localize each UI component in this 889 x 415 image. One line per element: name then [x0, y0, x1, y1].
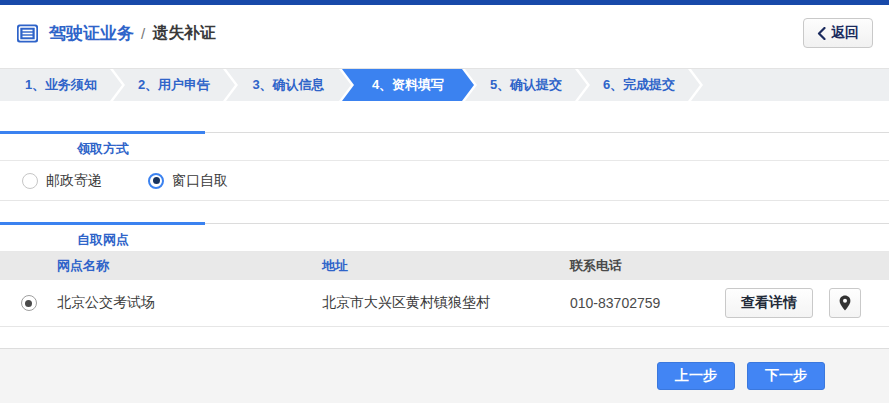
site-address-cell: 北京市大兴区黄村镇狼垡村 — [322, 294, 570, 312]
step-6-finish-submit[interactable]: 6、完成提交 — [578, 69, 700, 101]
progress-steps: 1、业务须知 2、用户申告 3、确认信息 4、资料填写 5、确认提交 6、完成提… — [0, 68, 889, 101]
column-header-phone: 联系电话 — [570, 257, 725, 275]
next-step-button[interactable]: 下一步 — [747, 362, 825, 390]
pickup-method-header: 领取方式 — [0, 132, 889, 161]
pickup-method-title: 领取方式 — [0, 134, 129, 163]
step-2-user-declaration[interactable]: 2、用户申告 — [113, 69, 235, 101]
step-1-business-notice[interactable]: 1、业务须知 — [0, 69, 122, 101]
option-window-pickup[interactable]: 窗口自取 — [148, 172, 228, 190]
option-window-pickup-label: 窗口自取 — [172, 172, 228, 190]
radio-window-pickup-selected[interactable] — [148, 173, 164, 189]
location-pin-icon — [839, 295, 851, 311]
pickup-site-title: 自取网点 — [0, 225, 129, 254]
pickup-method-options: 邮政寄递 窗口自取 — [0, 161, 889, 201]
site-phone-cell: 010-83702759 — [570, 295, 725, 311]
wizard-footer: 上一步 下一步 — [0, 348, 889, 403]
radio-site-selected[interactable] — [21, 295, 37, 311]
step-4-fill-materials[interactable]: 4、资料填写 — [342, 69, 474, 101]
section-accent-bar — [0, 131, 205, 134]
page-header: 驾驶证业务 / 遗失补证 返回 — [0, 5, 889, 62]
step-5-confirm-submit[interactable]: 5、确认提交 — [465, 69, 587, 101]
view-details-button[interactable]: 查看详情 — [725, 288, 813, 318]
table-row[interactable]: 北京公交考试场 北京市大兴区黄村镇狼垡村 010-83702759 查看详情 — [0, 280, 889, 327]
previous-step-button[interactable]: 上一步 — [657, 362, 735, 390]
chevron-left-icon — [817, 27, 826, 40]
option-postal-delivery-label: 邮政寄递 — [46, 172, 102, 190]
page-title: 驾驶证业务 — [49, 22, 134, 45]
column-header-site-name: 网点名称 — [57, 257, 322, 275]
site-name-cell: 北京公交考试场 — [57, 294, 322, 312]
pickup-method-section: 领取方式 邮政寄递 窗口自取 — [0, 132, 889, 201]
radio-postal-delivery[interactable] — [22, 173, 38, 189]
option-postal-delivery[interactable]: 邮政寄递 — [22, 172, 102, 190]
section-accent-bar — [0, 222, 205, 225]
steps-filler — [691, 69, 889, 101]
breadcrumb-current: 遗失补证 — [152, 23, 216, 44]
breadcrumb-separator: / — [141, 25, 145, 42]
column-header-address: 地址 — [322, 257, 570, 275]
back-button[interactable]: 返回 — [803, 18, 873, 48]
back-button-label: 返回 — [831, 24, 859, 42]
site-table-header: 网点名称 地址 联系电话 — [0, 252, 889, 280]
pickup-site-header: 自取网点 — [0, 223, 889, 252]
map-location-button[interactable] — [829, 288, 861, 318]
document-list-icon — [16, 22, 39, 45]
pickup-site-section: 自取网点 网点名称 地址 联系电话 北京公交考试场 北京市大兴区黄村镇狼垡村 0… — [0, 223, 889, 327]
step-3-confirm-info[interactable]: 3、确认信息 — [226, 69, 351, 101]
